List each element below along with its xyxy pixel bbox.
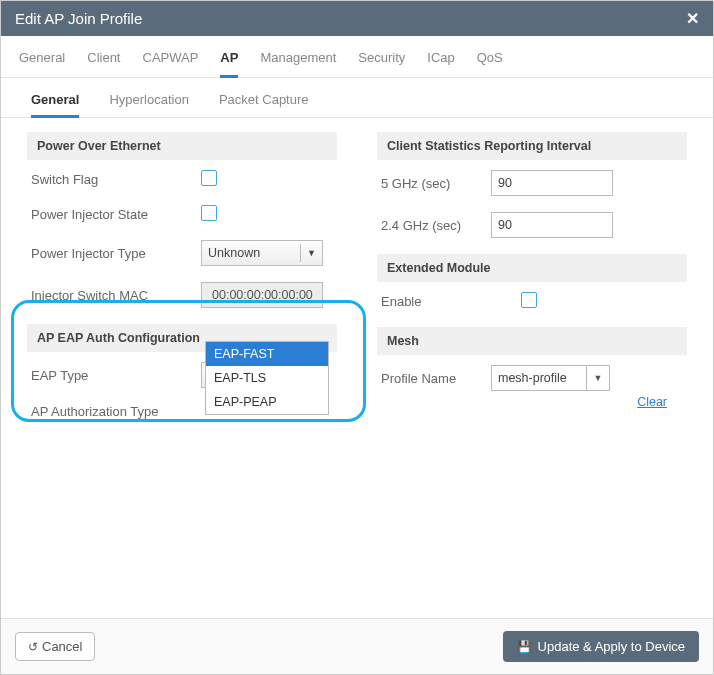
top-tabs: General Client CAPWAP AP Management Secu… — [1, 36, 713, 78]
mesh-header: Mesh — [377, 327, 687, 355]
tab-client[interactable]: Client — [87, 50, 120, 77]
right-column: Client Statistics Reporting Interval 5 G… — [377, 132, 687, 608]
undo-icon: ↺ — [28, 640, 38, 654]
profile-name-dropdown-toggle[interactable]: ▼ — [586, 365, 610, 391]
subtab-packet-capture[interactable]: Packet Capture — [219, 92, 309, 117]
content-area: Power Over Ethernet Switch Flag Power In… — [1, 118, 713, 618]
close-icon[interactable]: ✕ — [686, 9, 699, 28]
injector-state-label: Power Injector State — [31, 207, 201, 222]
edit-ap-join-profile-modal: Edit AP Join Profile ✕ General Client CA… — [0, 0, 714, 675]
two-ghz-input[interactable] — [491, 212, 613, 238]
subtab-hyperlocation[interactable]: Hyperlocation — [109, 92, 189, 117]
tab-management[interactable]: Management — [260, 50, 336, 77]
apply-label: Update & Apply to Device — [538, 639, 685, 654]
cancel-button[interactable]: ↺ Cancel — [15, 632, 95, 661]
eap-option-peap[interactable]: EAP-PEAP — [206, 390, 328, 414]
eap-type-label: EAP Type — [31, 368, 201, 383]
tab-ap[interactable]: AP — [220, 50, 238, 78]
save-icon: 💾 — [517, 640, 532, 654]
eap-option-tls[interactable]: EAP-TLS — [206, 366, 328, 390]
five-ghz-input[interactable] — [491, 170, 613, 196]
subtab-general[interactable]: General — [31, 92, 79, 118]
eap-option-fast[interactable]: EAP-FAST — [206, 342, 328, 366]
cancel-label: Cancel — [42, 639, 82, 654]
injector-type-label: Power Injector Type — [31, 246, 201, 261]
injector-type-select[interactable]: Unknown ▼ — [201, 240, 323, 266]
clear-link[interactable]: Clear — [377, 395, 667, 409]
stats-header: Client Statistics Reporting Interval — [377, 132, 687, 160]
tab-icap[interactable]: ICap — [427, 50, 454, 77]
switch-flag-checkbox[interactable] — [201, 170, 217, 186]
modal-title: Edit AP Join Profile — [15, 10, 142, 27]
tab-security[interactable]: Security — [358, 50, 405, 77]
injector-type-value: Unknown — [208, 246, 260, 260]
tab-qos[interactable]: QoS — [477, 50, 503, 77]
tab-general[interactable]: General — [19, 50, 65, 77]
footer: ↺ Cancel 💾 Update & Apply to Device — [1, 618, 713, 674]
ext-enable-label: Enable — [381, 294, 521, 309]
profile-name-input[interactable] — [491, 365, 586, 391]
injector-mac-field[interactable]: 00:00:00:00:00:00 — [201, 282, 323, 308]
ext-enable-checkbox[interactable] — [521, 292, 537, 308]
five-ghz-label: 5 GHz (sec) — [381, 176, 491, 191]
modal-header: Edit AP Join Profile ✕ — [1, 1, 713, 36]
injector-state-checkbox[interactable] — [201, 205, 217, 221]
ext-header: Extended Module — [377, 254, 687, 282]
chevron-down-icon: ▼ — [300, 244, 316, 262]
poe-header: Power Over Ethernet — [27, 132, 337, 160]
switch-flag-label: Switch Flag — [31, 172, 201, 187]
injector-mac-label: Injector Switch MAC — [31, 288, 201, 303]
profile-name-label: Profile Name — [381, 371, 491, 386]
two-ghz-label: 2.4 GHz (sec) — [381, 218, 491, 233]
sub-tabs: General Hyperlocation Packet Capture — [1, 78, 713, 118]
tab-capwap[interactable]: CAPWAP — [143, 50, 199, 77]
apply-button[interactable]: 💾 Update & Apply to Device — [503, 631, 699, 662]
eap-type-dropdown: EAP-FAST EAP-TLS EAP-PEAP — [205, 341, 329, 415]
ap-auth-type-label: AP Authorization Type — [31, 404, 201, 419]
